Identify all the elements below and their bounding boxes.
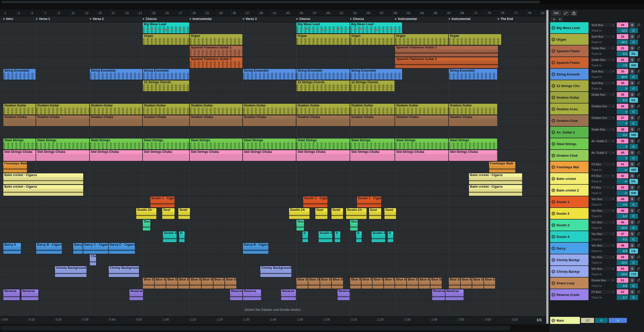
solo-button[interactable]: S <box>629 150 635 155</box>
volume-field[interactable]: 0 <box>617 156 628 161</box>
clip[interactable]: Christy Background <box>55 266 87 277</box>
track-fold-icon[interactable]: ▾ <box>551 72 555 76</box>
volume-field[interactable]: 0 <box>617 121 628 126</box>
main-grid-box[interactable]: 1/2 <box>581 318 594 323</box>
output-routing-select[interactable]: Guitar Bus▼ <box>590 127 616 132</box>
clip[interactable]: Dust <box>315 208 328 219</box>
track-name-box[interactable]: ▾12 Strings Cho <box>550 80 589 91</box>
output-routing-select[interactable]: Synt Bus▼ <box>590 69 616 74</box>
clip[interactable]: Big Wave Lead <box>296 22 350 33</box>
clip[interactable]: Ovation Guitar <box>143 104 189 115</box>
track-name-box[interactable]: ▾Snare Loop <box>550 278 589 289</box>
clip[interactable]: Reverse <box>338 289 350 300</box>
volume-field[interactable]: -10.0 <box>617 225 628 230</box>
volume-field[interactable]: -10.0 <box>617 260 628 265</box>
pan-field[interactable]: 32L <box>629 98 638 103</box>
clip[interactable]: Blue Sky <box>296 278 308 289</box>
monitor-icon[interactable] <box>636 197 641 202</box>
monitor-icon[interactable] <box>636 104 641 109</box>
bar-ruler[interactable]: 1357911131517192123252729313335373941434… <box>0 10 546 16</box>
pan-field[interactable]: 30L <box>629 51 638 56</box>
track-name-box[interactable]: ▾Darcy <box>550 243 589 254</box>
track-number-box[interactable]: 41 <box>617 162 628 167</box>
track-name-box[interactable]: ▾Dustin 2 <box>550 208 589 219</box>
pan-field[interactable]: 50L <box>629 179 638 184</box>
clip[interactable]: Balm cricket - Cigarra <box>3 185 83 196</box>
clip[interactable]: Footsteps Walk - <box>489 162 515 173</box>
clip[interactable]: Dustin 1 - Cigar <box>303 197 327 207</box>
volume-field[interactable]: -0.3 <box>617 51 628 56</box>
clip[interactable]: Darcy C - Cigarra <box>109 243 135 254</box>
track-number-box[interactable]: 42 <box>617 173 628 178</box>
clip[interactable]: Dustin 4 <box>163 231 177 242</box>
clip[interactable]: Ovation Guitar <box>3 104 36 115</box>
clip[interactable]: Organ <box>449 34 501 45</box>
main-track-name-box[interactable]: ▾ Main <box>550 317 580 324</box>
next-locator-button[interactable]: ▶ <box>557 17 563 21</box>
clip[interactable]: Reverse <box>21 289 38 300</box>
solo-button[interactable]: S <box>629 80 635 86</box>
monitor-icon[interactable] <box>636 255 641 260</box>
monitor-icon[interactable] <box>636 22 641 27</box>
track-name-box[interactable]: ▾Spanish Flame <box>550 57 589 68</box>
monitor-icon[interactable] <box>636 69 641 74</box>
clip[interactable]: Spanish Flamenco Guitar 1 <box>190 46 242 57</box>
track-name-box[interactable]: ▾Big Wave Lead <box>550 22 589 33</box>
clip[interactable]: Balm cricket - Cigarra <box>469 185 522 196</box>
track-name-box[interactable]: ▾Ac. Guitar 2 <box>550 127 589 138</box>
clip[interactable]: Dust <box>162 208 175 219</box>
monitor-icon[interactable] <box>636 139 641 144</box>
track-name-box[interactable]: ▾Ovation Acou <box>550 103 589 115</box>
clip[interactable]: Blue Sky <box>178 278 189 289</box>
locator-verse-1[interactable]: Verse 1 <box>36 17 50 21</box>
volume-field[interactable]: -5.9 <box>617 214 628 219</box>
track-name-box[interactable]: ▾Organ <box>550 34 589 45</box>
solo-button[interactable]: S <box>629 46 635 51</box>
clip[interactable]: Blue Sky <box>350 278 361 289</box>
clip[interactable]: Blue Sky <box>484 278 495 289</box>
track-name-box[interactable]: ▾Footsteps Wal <box>550 161 589 173</box>
track-name-box[interactable]: ▾Dustin 3 <box>550 219 589 231</box>
clip[interactable]: Dus <box>350 220 358 231</box>
clip[interactable]: String Ensemble <box>3 69 36 80</box>
previous-locator-button[interactable]: ◀ <box>551 17 556 21</box>
clip[interactable]: Blue Sky <box>361 278 372 289</box>
track-name-box[interactable]: ▾Reverse Crash <box>550 289 589 300</box>
output-routing-select[interactable]: Voc Bus▼ <box>590 243 616 248</box>
monitor-icon[interactable] <box>636 57 641 62</box>
clip[interactable]: String Ensemble <box>90 69 142 80</box>
track-name-box[interactable]: ▾Balm cricket 2 <box>550 185 589 196</box>
clip[interactable]: String Ensemble <box>296 69 350 80</box>
pan-field[interactable]: C <box>629 86 638 91</box>
clip[interactable]: Ovation Guitar <box>90 104 142 115</box>
clip[interactable]: Stel Strings Chuka <box>395 150 448 161</box>
clip[interactable]: Blue Sky <box>213 278 225 289</box>
track-fold-icon[interactable]: ▾ <box>551 38 555 41</box>
pan-field[interactable]: C <box>629 295 638 300</box>
track-number-box[interactable]: 48 <box>617 243 628 248</box>
pan-field[interactable]: 17R <box>629 272 638 277</box>
clip[interactable]: Steel Strings <box>90 139 142 149</box>
solo-button[interactable]: S <box>629 208 635 213</box>
track-fold-icon[interactable]: ▾ <box>551 142 555 146</box>
clip[interactable]: Ovation Guitar <box>243 104 296 115</box>
clip[interactable]: Organ <box>296 34 350 45</box>
clip[interactable]: Ovation Guitar <box>449 104 497 115</box>
track-number-box[interactable]: 43 <box>617 185 628 190</box>
clip[interactable]: Reverse <box>230 289 242 300</box>
solo-button[interactable]: S <box>629 139 635 144</box>
clip[interactable]: Christy Background <box>260 266 291 277</box>
volume-field[interactable]: -8.8 <box>617 248 628 254</box>
track-fold-icon[interactable]: ▾ <box>551 130 555 134</box>
track-fold-icon[interactable]: ▾ <box>551 246 555 250</box>
track-fold-icon[interactable]: ▾ <box>551 165 555 169</box>
volume-field[interactable]: 0 <box>617 144 628 149</box>
clip[interactable]: Steel Strings <box>143 139 189 149</box>
main-cue-volume[interactable]: 0 <box>595 318 608 323</box>
track-fold-icon[interactable]: ▾ <box>551 200 555 204</box>
clip[interactable]: Ovation Chuka <box>243 115 296 126</box>
pan-field[interactable]: C <box>629 28 638 33</box>
monitor-icon[interactable] <box>636 278 641 283</box>
track-number-box[interactable]: 39 <box>617 139 628 144</box>
clip[interactable]: Ovation Chuka <box>143 115 189 126</box>
